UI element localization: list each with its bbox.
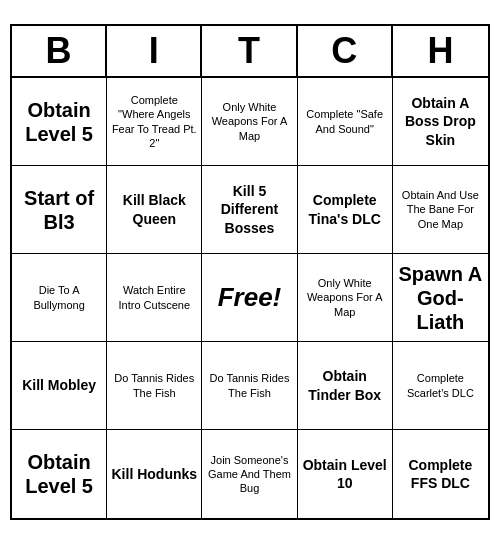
cell-text-7: Kill 5 Different Bosses bbox=[206, 182, 292, 237]
cell-10: Die To A Bullymong bbox=[12, 254, 107, 342]
cell-text-18: Obtain Tinder Box bbox=[302, 367, 388, 403]
cell-16: Do Tannis Rides The Fish bbox=[107, 342, 202, 430]
cell-text-9: Obtain And Use The Bane For One Map bbox=[397, 188, 484, 231]
cell-text-8: Complete Tina's DLC bbox=[302, 191, 388, 227]
cell-18: Obtain Tinder Box bbox=[298, 342, 393, 430]
cell-text-12: Free! bbox=[218, 281, 282, 315]
cell-23: Obtain Level 10 bbox=[298, 430, 393, 518]
cell-text-6: Kill Black Queen bbox=[111, 191, 197, 227]
cell-text-11: Watch Entire Intro Cutscene bbox=[111, 283, 197, 312]
cell-text-3: Complete "Safe And Sound" bbox=[302, 107, 388, 136]
cell-3: Complete "Safe And Sound" bbox=[298, 78, 393, 166]
cell-5: Start of Bl3 bbox=[12, 166, 107, 254]
cell-text-20: Obtain Level 5 bbox=[16, 450, 102, 498]
header-letter-B: B bbox=[12, 26, 107, 76]
cell-text-22: Join Someone's Game And Them Bug bbox=[206, 453, 292, 496]
cell-19: Complete Scarlet's DLC bbox=[393, 342, 488, 430]
cell-text-14: Spawn A God-Liath bbox=[397, 262, 484, 334]
header-letter-C: C bbox=[298, 26, 393, 76]
cell-6: Kill Black Queen bbox=[107, 166, 202, 254]
cell-12: Free! bbox=[202, 254, 297, 342]
cell-1: Complete "Where Angels Fear To Tread Pt.… bbox=[107, 78, 202, 166]
header-letter-I: I bbox=[107, 26, 202, 76]
cell-14: Spawn A God-Liath bbox=[393, 254, 488, 342]
cell-text-23: Obtain Level 10 bbox=[302, 456, 388, 492]
cell-text-5: Start of Bl3 bbox=[16, 186, 102, 234]
cell-text-0: Obtain Level 5 bbox=[16, 98, 102, 146]
cell-text-2: Only White Weapons For A Map bbox=[206, 100, 292, 143]
cell-0: Obtain Level 5 bbox=[12, 78, 107, 166]
cell-24: Complete FFS DLC bbox=[393, 430, 488, 518]
cell-15: Kill Mobley bbox=[12, 342, 107, 430]
cell-text-1: Complete "Where Angels Fear To Tread Pt.… bbox=[111, 93, 197, 150]
cell-text-13: Only White Weapons For A Map bbox=[302, 276, 388, 319]
cell-8: Complete Tina's DLC bbox=[298, 166, 393, 254]
cell-text-16: Do Tannis Rides The Fish bbox=[111, 371, 197, 400]
cell-21: Kill Hodunks bbox=[107, 430, 202, 518]
cell-13: Only White Weapons For A Map bbox=[298, 254, 393, 342]
cell-17: Do Tannis Rides The Fish bbox=[202, 342, 297, 430]
cell-4: Obtain A Boss Drop Skin bbox=[393, 78, 488, 166]
header-letter-T: T bbox=[202, 26, 297, 76]
header-letter-H: H bbox=[393, 26, 488, 76]
cell-9: Obtain And Use The Bane For One Map bbox=[393, 166, 488, 254]
cell-text-17: Do Tannis Rides The Fish bbox=[206, 371, 292, 400]
cell-11: Watch Entire Intro Cutscene bbox=[107, 254, 202, 342]
cell-22: Join Someone's Game And Them Bug bbox=[202, 430, 297, 518]
cell-text-15: Kill Mobley bbox=[22, 376, 96, 394]
bingo-grid: Obtain Level 5Complete "Where Angels Fea… bbox=[12, 78, 488, 518]
cell-text-4: Obtain A Boss Drop Skin bbox=[397, 94, 484, 149]
cell-20: Obtain Level 5 bbox=[12, 430, 107, 518]
cell-text-21: Kill Hodunks bbox=[112, 465, 198, 483]
cell-text-19: Complete Scarlet's DLC bbox=[397, 371, 484, 400]
cell-7: Kill 5 Different Bosses bbox=[202, 166, 297, 254]
header-row: BITCH bbox=[12, 26, 488, 78]
cell-text-10: Die To A Bullymong bbox=[16, 283, 102, 312]
cell-text-24: Complete FFS DLC bbox=[397, 456, 484, 492]
cell-2: Only White Weapons For A Map bbox=[202, 78, 297, 166]
bingo-board: BITCH Obtain Level 5Complete "Where Ange… bbox=[10, 24, 490, 520]
